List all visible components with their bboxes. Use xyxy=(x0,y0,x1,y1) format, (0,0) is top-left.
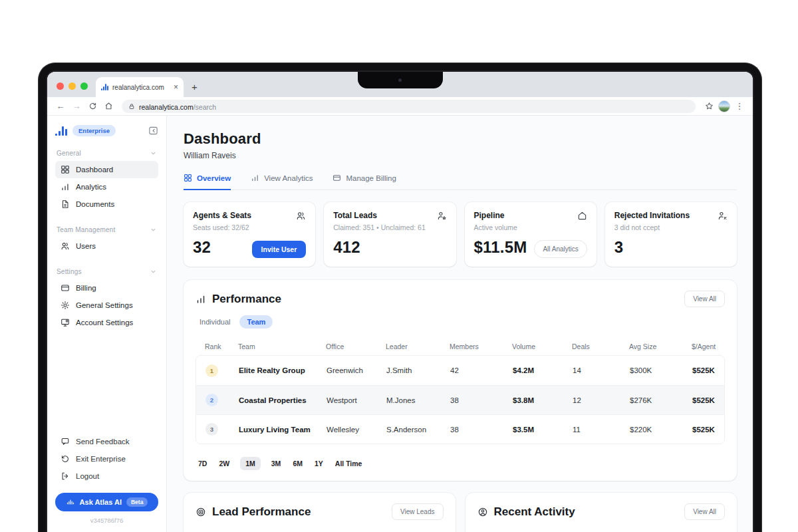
new-tab-button[interactable]: + xyxy=(192,82,198,92)
recent-activity-view-all-button[interactable]: View All xyxy=(684,503,725,520)
performance-view-all-button[interactable]: View All xyxy=(684,291,725,307)
site-favicon-icon xyxy=(101,84,108,90)
stat-subtitle: Active volume xyxy=(474,223,587,231)
window-controls xyxy=(57,82,88,90)
rank-badge: 2 xyxy=(205,394,218,406)
reload-icon[interactable] xyxy=(86,100,99,113)
sidebar-item-users[interactable]: Users xyxy=(55,237,158,255)
sidebar-item-documents[interactable]: Documents xyxy=(55,196,158,213)
sidebar-item-analytics[interactable]: Analytics xyxy=(55,178,158,196)
home-icon xyxy=(577,211,587,221)
users-icon xyxy=(61,241,70,251)
section-settings[interactable]: Settings xyxy=(57,268,157,275)
time-range-selector: 7D 2W 1M 3M 6M 1Y All Time xyxy=(196,457,725,470)
table-row[interactable]: 3 Luxury Living Team Wellesley S.Anderso… xyxy=(196,414,724,444)
range-3m[interactable]: 3M xyxy=(270,457,283,470)
laptop-screen: realanalytica.com × + ← → realanalytica.… xyxy=(47,72,753,532)
tab-manage-billing[interactable]: Manage Billing xyxy=(332,174,396,190)
recent-activity-title: Recent Activity xyxy=(494,505,575,519)
toggle-team[interactable]: Team xyxy=(239,315,273,329)
lead-performance-title: Lead Performance xyxy=(212,505,311,519)
back-icon[interactable]: ← xyxy=(54,100,67,113)
range-all-time[interactable]: All Time xyxy=(334,457,364,470)
person-x-icon xyxy=(718,211,728,221)
range-1m[interactable]: 1M xyxy=(240,457,261,470)
browser-profile-avatar[interactable] xyxy=(718,100,730,112)
sidebar-collapse-icon[interactable] xyxy=(148,126,158,136)
zoom-window-button[interactable] xyxy=(80,82,88,90)
close-window-button[interactable] xyxy=(57,82,64,90)
credit-card-icon xyxy=(61,283,70,293)
recent-activity-panel: Recent Activity View All xyxy=(466,493,737,532)
user-circle-icon xyxy=(477,507,488,517)
monitor-gear-icon xyxy=(61,318,70,327)
performance-panel: Performance View All Individual Team Ran… xyxy=(184,280,737,481)
tab-close-icon[interactable]: × xyxy=(174,83,178,91)
send-feedback-button[interactable]: Send Feedback xyxy=(55,433,158,450)
minimize-window-button[interactable] xyxy=(68,82,76,90)
sidebar-item-general-settings[interactable]: General Settings xyxy=(55,297,158,314)
sidebar-item-account-settings[interactable]: Account Settings xyxy=(55,314,158,331)
browser-nav-bar: ← → realanalytica.com/search ⋮ xyxy=(47,97,753,116)
range-6m[interactable]: 6M xyxy=(291,457,304,470)
range-7d[interactable]: 7D xyxy=(197,457,208,470)
range-1y[interactable]: 1Y xyxy=(313,457,325,470)
table-header-row: Rank Team Office Leader Members Volume D… xyxy=(196,338,725,355)
camera-dot xyxy=(398,78,402,82)
stat-subtitle: Claimed: 351 • Unclaimed: 61 xyxy=(333,223,446,231)
chevron-down-icon xyxy=(150,268,157,275)
performance-toggle: Individual Team xyxy=(196,315,725,329)
beta-badge: Beta xyxy=(126,497,148,507)
stat-value: 412 xyxy=(333,238,446,257)
users-icon xyxy=(296,211,306,221)
url-bar[interactable]: realanalytica.com/search xyxy=(122,100,696,113)
bar-chart-icon xyxy=(196,294,206,305)
invite-user-button[interactable]: Invite User xyxy=(252,241,307,258)
table-row[interactable]: 1 Elite Realty Group Greenwich J.Smith 4… xyxy=(196,356,724,385)
range-2w[interactable]: 2W xyxy=(217,457,231,470)
toggle-individual[interactable]: Individual xyxy=(196,315,234,329)
ask-atlas-ai-button[interactable]: Ask Atlas AI Beta xyxy=(55,493,158,511)
app-logo-icon xyxy=(55,126,67,136)
chevron-down-icon xyxy=(150,226,157,233)
section-general[interactable]: General xyxy=(57,150,157,157)
lead-performance-panel: Lead Performance View Leads xyxy=(184,493,456,532)
logout-button[interactable]: Logout xyxy=(55,467,158,485)
exit-enterprise-button[interactable]: Exit Enterprise xyxy=(55,450,158,467)
stat-card-rejected-invitations: Rejected Invitations 3 did not ccept 3 xyxy=(605,202,737,267)
bottom-cards-row: Lead Performance View Leads Recent Activ… xyxy=(184,493,737,532)
gear-icon xyxy=(61,301,70,310)
performance-table: Rank Team Office Leader Members Volume D… xyxy=(196,338,725,444)
laptop-frame: realanalytica.com × + ← → realanalytica.… xyxy=(38,63,762,532)
overview-grid-icon xyxy=(184,174,192,182)
home-icon[interactable] xyxy=(102,100,115,113)
section-team-management[interactable]: Team Management xyxy=(57,226,157,233)
tab-title: realanalytica.com xyxy=(112,84,170,91)
rank-badge: 1 xyxy=(205,364,218,377)
page-tabs: Overview View Analytics Manage Billing xyxy=(184,174,737,190)
sidebar-item-dashboard[interactable]: Dashboard xyxy=(55,161,158,178)
sidebar-item-billing[interactable]: Billing xyxy=(55,279,158,297)
tab-view-analytics[interactable]: View Analytics xyxy=(251,174,313,190)
forward-icon[interactable]: → xyxy=(70,100,83,113)
bar-chart-icon xyxy=(61,182,70,192)
chat-bubble-icon xyxy=(61,437,70,446)
stat-subtitle: 3 did not ccept xyxy=(614,223,728,231)
table-row[interactable]: 2 Coastal Properties Westport M.Jones 38… xyxy=(196,385,724,414)
view-leads-button[interactable]: View Leads xyxy=(392,503,444,520)
person-star-icon xyxy=(437,211,447,221)
lock-icon xyxy=(128,103,135,110)
credit-card-icon xyxy=(332,174,341,182)
undo-arrow-icon xyxy=(61,454,70,464)
chevron-down-icon xyxy=(150,150,157,157)
tab-overview[interactable]: Overview xyxy=(184,174,231,190)
all-analytics-button[interactable]: All Analytics xyxy=(534,240,587,258)
bookmark-star-icon[interactable] xyxy=(702,100,716,113)
page-subtitle: William Raveis xyxy=(184,151,737,160)
sidebar: Enterprise General Dashboard Analytics xyxy=(47,116,167,532)
stat-subtitle: Seats used: 32/62 xyxy=(193,223,306,231)
browser-menu-icon[interactable]: ⋮ xyxy=(733,100,746,113)
browser-tab[interactable]: realanalytica.com × xyxy=(96,77,184,97)
app-window: Enterprise General Dashboard Analytics xyxy=(47,116,753,532)
url-domain: realanalytica.com xyxy=(139,103,194,111)
